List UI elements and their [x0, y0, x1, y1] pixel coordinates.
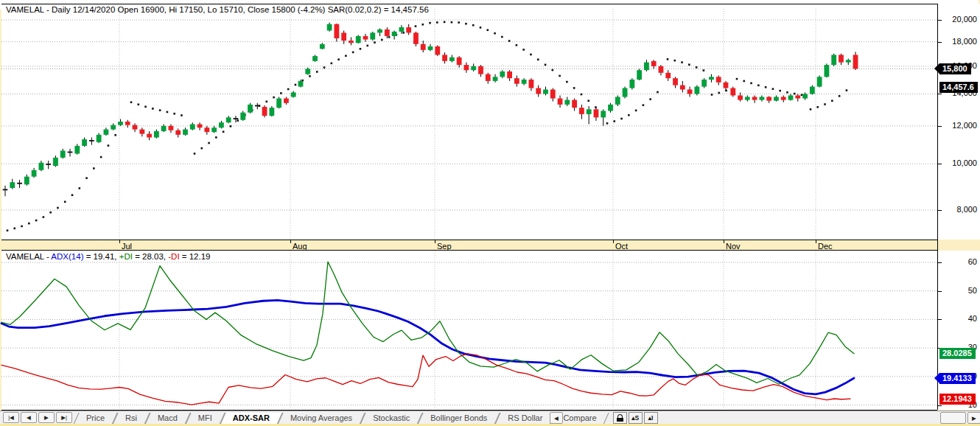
candle-down: [363, 36, 368, 40]
candle-up: [291, 92, 296, 97]
y-axis-label: 20,000: [942, 15, 977, 24]
tab-label: Compare: [563, 413, 596, 422]
scrollbar-left-arrow[interactable]: ◀: [550, 412, 563, 424]
candlestick-sar-chart[interactable]: [1, 4, 937, 240]
scrollbar-thumb[interactable]: [940, 412, 966, 424]
candle-down: [724, 83, 729, 88]
candle-down: [457, 57, 462, 65]
candle-up: [428, 46, 433, 50]
tab-price[interactable]: Price: [76, 412, 115, 424]
lock-icon[interactable]: [613, 412, 627, 424]
badge-arrow-tip: [934, 373, 939, 383]
scrollbar-right-arrow[interactable]: ▶: [967, 412, 980, 424]
candle-up: [219, 122, 224, 128]
adx-di-chart[interactable]: [1, 251, 937, 410]
candle-up: [694, 87, 699, 94]
candle-down: [175, 130, 181, 135]
candle-down: [464, 65, 469, 70]
candle-down: [204, 128, 209, 132]
candle-up: [82, 139, 87, 146]
y-axis-tick: [938, 42, 942, 43]
tab-mfi[interactable]: MFI: [188, 412, 223, 424]
candle-up: [24, 177, 29, 185]
y-axis-label: 18,000: [942, 37, 977, 46]
sar-dot: [703, 69, 705, 71]
tab-nav-last-button[interactable]: ▶|: [56, 412, 72, 423]
tab-label: Price: [86, 413, 105, 422]
tab-rs-dollar[interactable]: RS Dollar: [497, 412, 553, 424]
y-axis-tick: [938, 405, 942, 406]
top-border: [1, 4, 937, 4]
price-chart-title: VAMELAL - Daily 12/14/2020 Open 16900, H…: [6, 5, 429, 14]
candle-up: [817, 77, 822, 86]
sar-dot: [381, 39, 383, 41]
candle-up: [356, 36, 361, 43]
tab-label: Stockastic: [373, 413, 410, 422]
y-axis-label: 12,000: [942, 121, 977, 130]
candle-down: [680, 85, 685, 90]
sar-dot: [794, 93, 796, 95]
tab-bollinger-bonds[interactable]: Bollinger Bonds: [420, 412, 497, 424]
tab-rsi[interactable]: Rsi: [115, 412, 147, 424]
tab-adx-sar[interactable]: ADX-SAR: [223, 412, 280, 424]
sar-dot: [108, 144, 110, 147]
candle-down: [406, 27, 411, 32]
tab-nav-first-button[interactable]: |◀: [3, 412, 19, 423]
tab-label: Moving Averages: [290, 413, 352, 422]
month-tick: [613, 240, 614, 243]
price-axis-line: [1, 240, 937, 240]
candle-down: [125, 122, 130, 125]
candle-up: [493, 77, 498, 81]
candle-up: [774, 97, 779, 100]
tab-label: ADX-SAR: [233, 413, 270, 422]
sar-dot: [167, 111, 169, 114]
tab-stockastic[interactable]: Stockastic: [363, 412, 420, 424]
candle-down: [507, 71, 512, 78]
y-axis-label: 40: [942, 314, 977, 323]
lock-body: [617, 418, 623, 422]
sar-dot: [649, 98, 651, 100]
sar-dot: [657, 91, 659, 94]
sar-dot: [316, 71, 318, 73]
tab-macd[interactable]: Macd: [147, 412, 188, 424]
candle-doji-dash: [89, 140, 94, 142]
candle-up: [644, 63, 649, 71]
candle-up: [305, 69, 310, 74]
candle-down: [284, 99, 289, 103]
sar-dot: [49, 212, 52, 214]
sar-dot: [472, 24, 475, 27]
candle-up: [608, 105, 613, 111]
candle-down: [421, 44, 426, 50]
candle-down: [730, 88, 735, 96]
candle-doji-dash: [234, 118, 239, 119]
sar-dot: [537, 58, 539, 60]
sar-dot: [772, 88, 774, 90]
value-badge: 19.4133: [939, 373, 976, 384]
tab-nav-next-button[interactable]: ▶: [38, 412, 55, 423]
y-axis-label: 10,000: [942, 158, 977, 167]
scale-i-icon[interactable]: ▴I: [644, 412, 658, 424]
sheet-tab-bar: |◀◀▶▶| PriceRsiMacdMFIADX-SARMoving Aver…: [0, 411, 980, 424]
candle-up: [615, 97, 620, 104]
scale-s-icon[interactable]: ▴S: [629, 412, 643, 424]
series-ADX(14): [1, 300, 854, 394]
candle-up: [601, 111, 606, 117]
sar-dot: [223, 131, 225, 133]
sar-dot: [508, 40, 511, 42]
tab-moving-averages[interactable]: Moving Averages: [280, 412, 363, 424]
candle-down: [839, 55, 844, 62]
sar-dot: [465, 23, 467, 25]
adx-title-part: -DI: [168, 252, 179, 261]
sar-dot: [352, 52, 354, 54]
value-badge: 12.1943: [939, 394, 976, 405]
sar-dot: [337, 58, 340, 60]
sar-dot: [273, 97, 275, 99]
sar-dot: [100, 156, 102, 158]
tab-nav-buttons: |◀◀▶▶|: [2, 412, 73, 423]
sar-dot: [230, 125, 232, 128]
sar-dot: [501, 36, 503, 38]
sar-dot: [530, 54, 532, 56]
tab-nav-prev-button[interactable]: ◀: [21, 412, 37, 423]
adx-title-part: = 19.41,: [83, 252, 119, 261]
candle-down: [687, 89, 693, 94]
